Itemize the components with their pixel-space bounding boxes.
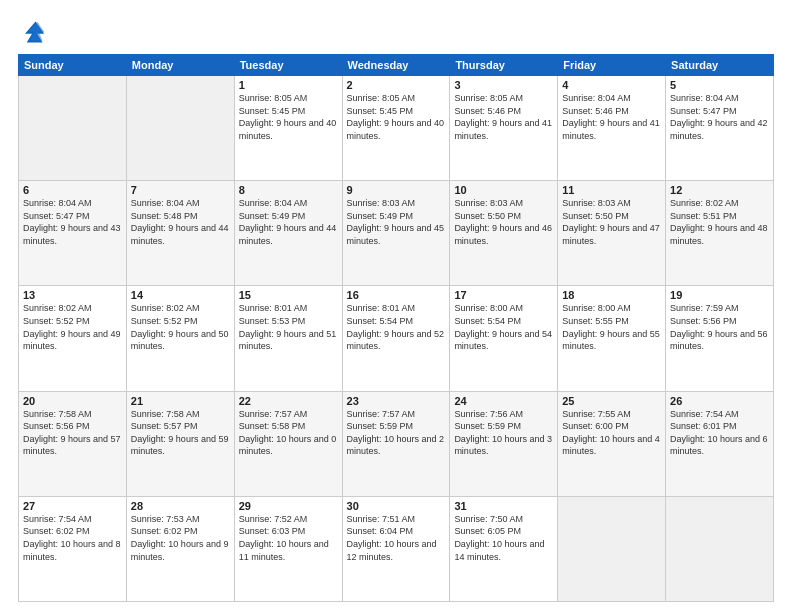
- calendar-cell: 5Sunrise: 8:04 AM Sunset: 5:47 PM Daylig…: [666, 76, 774, 181]
- day-detail: Sunrise: 8:02 AM Sunset: 5:51 PM Dayligh…: [670, 197, 769, 247]
- day-detail: Sunrise: 8:00 AM Sunset: 5:54 PM Dayligh…: [454, 302, 553, 352]
- day-detail: Sunrise: 8:03 AM Sunset: 5:49 PM Dayligh…: [347, 197, 446, 247]
- day-number: 25: [562, 395, 661, 407]
- calendar-cell: 4Sunrise: 8:04 AM Sunset: 5:46 PM Daylig…: [558, 76, 666, 181]
- calendar-cell: 19Sunrise: 7:59 AM Sunset: 5:56 PM Dayli…: [666, 286, 774, 391]
- calendar-cell: 8Sunrise: 8:04 AM Sunset: 5:49 PM Daylig…: [234, 181, 342, 286]
- day-number: 11: [562, 184, 661, 196]
- calendar-cell: 31Sunrise: 7:50 AM Sunset: 6:05 PM Dayli…: [450, 496, 558, 601]
- day-detail: Sunrise: 7:52 AM Sunset: 6:03 PM Dayligh…: [239, 513, 338, 563]
- calendar-cell: 20Sunrise: 7:58 AM Sunset: 5:56 PM Dayli…: [19, 391, 127, 496]
- calendar-cell: 13Sunrise: 8:02 AM Sunset: 5:52 PM Dayli…: [19, 286, 127, 391]
- day-number: 28: [131, 500, 230, 512]
- calendar-week-row: 20Sunrise: 7:58 AM Sunset: 5:56 PM Dayli…: [19, 391, 774, 496]
- calendar-cell: 16Sunrise: 8:01 AM Sunset: 5:54 PM Dayli…: [342, 286, 450, 391]
- weekday-header: Monday: [126, 55, 234, 76]
- day-number: 12: [670, 184, 769, 196]
- day-detail: Sunrise: 8:04 AM Sunset: 5:47 PM Dayligh…: [670, 92, 769, 142]
- day-number: 10: [454, 184, 553, 196]
- day-detail: Sunrise: 8:05 AM Sunset: 5:45 PM Dayligh…: [347, 92, 446, 142]
- day-detail: Sunrise: 8:05 AM Sunset: 5:45 PM Dayligh…: [239, 92, 338, 142]
- calendar-cell: [126, 76, 234, 181]
- calendar-cell: 24Sunrise: 7:56 AM Sunset: 5:59 PM Dayli…: [450, 391, 558, 496]
- day-detail: Sunrise: 7:50 AM Sunset: 6:05 PM Dayligh…: [454, 513, 553, 563]
- day-detail: Sunrise: 8:04 AM Sunset: 5:46 PM Dayligh…: [562, 92, 661, 142]
- day-number: 24: [454, 395, 553, 407]
- day-number: 26: [670, 395, 769, 407]
- day-detail: Sunrise: 8:01 AM Sunset: 5:53 PM Dayligh…: [239, 302, 338, 352]
- day-number: 4: [562, 79, 661, 91]
- calendar-week-row: 6Sunrise: 8:04 AM Sunset: 5:47 PM Daylig…: [19, 181, 774, 286]
- day-detail: Sunrise: 8:04 AM Sunset: 5:48 PM Dayligh…: [131, 197, 230, 247]
- weekday-header: Sunday: [19, 55, 127, 76]
- day-detail: Sunrise: 7:58 AM Sunset: 5:57 PM Dayligh…: [131, 408, 230, 458]
- day-number: 7: [131, 184, 230, 196]
- day-detail: Sunrise: 7:57 AM Sunset: 5:59 PM Dayligh…: [347, 408, 446, 458]
- calendar-cell: [19, 76, 127, 181]
- day-number: 18: [562, 289, 661, 301]
- day-detail: Sunrise: 7:53 AM Sunset: 6:02 PM Dayligh…: [131, 513, 230, 563]
- day-number: 30: [347, 500, 446, 512]
- day-detail: Sunrise: 8:04 AM Sunset: 5:49 PM Dayligh…: [239, 197, 338, 247]
- day-number: 8: [239, 184, 338, 196]
- calendar-cell: 17Sunrise: 8:00 AM Sunset: 5:54 PM Dayli…: [450, 286, 558, 391]
- day-detail: Sunrise: 7:55 AM Sunset: 6:00 PM Dayligh…: [562, 408, 661, 458]
- day-detail: Sunrise: 7:54 AM Sunset: 6:01 PM Dayligh…: [670, 408, 769, 458]
- calendar-cell: 22Sunrise: 7:57 AM Sunset: 5:58 PM Dayli…: [234, 391, 342, 496]
- day-number: 5: [670, 79, 769, 91]
- day-number: 15: [239, 289, 338, 301]
- day-detail: Sunrise: 8:03 AM Sunset: 5:50 PM Dayligh…: [454, 197, 553, 247]
- calendar-cell: 23Sunrise: 7:57 AM Sunset: 5:59 PM Dayli…: [342, 391, 450, 496]
- day-number: 6: [23, 184, 122, 196]
- calendar-cell: 7Sunrise: 8:04 AM Sunset: 5:48 PM Daylig…: [126, 181, 234, 286]
- calendar-cell: 28Sunrise: 7:53 AM Sunset: 6:02 PM Dayli…: [126, 496, 234, 601]
- weekday-header: Friday: [558, 55, 666, 76]
- calendar-cell: 6Sunrise: 8:04 AM Sunset: 5:47 PM Daylig…: [19, 181, 127, 286]
- day-detail: Sunrise: 7:58 AM Sunset: 5:56 PM Dayligh…: [23, 408, 122, 458]
- day-detail: Sunrise: 7:51 AM Sunset: 6:04 PM Dayligh…: [347, 513, 446, 563]
- day-number: 13: [23, 289, 122, 301]
- calendar-week-row: 27Sunrise: 7:54 AM Sunset: 6:02 PM Dayli…: [19, 496, 774, 601]
- calendar-cell: [666, 496, 774, 601]
- day-detail: Sunrise: 7:56 AM Sunset: 5:59 PM Dayligh…: [454, 408, 553, 458]
- calendar-cell: 14Sunrise: 8:02 AM Sunset: 5:52 PM Dayli…: [126, 286, 234, 391]
- day-detail: Sunrise: 8:01 AM Sunset: 5:54 PM Dayligh…: [347, 302, 446, 352]
- header: [18, 18, 774, 46]
- calendar-cell: [558, 496, 666, 601]
- day-number: 31: [454, 500, 553, 512]
- day-detail: Sunrise: 8:02 AM Sunset: 5:52 PM Dayligh…: [23, 302, 122, 352]
- calendar-cell: 29Sunrise: 7:52 AM Sunset: 6:03 PM Dayli…: [234, 496, 342, 601]
- day-number: 14: [131, 289, 230, 301]
- page: SundayMondayTuesdayWednesdayThursdayFrid…: [0, 0, 792, 612]
- day-detail: Sunrise: 7:59 AM Sunset: 5:56 PM Dayligh…: [670, 302, 769, 352]
- calendar-cell: 26Sunrise: 7:54 AM Sunset: 6:01 PM Dayli…: [666, 391, 774, 496]
- calendar-cell: 15Sunrise: 8:01 AM Sunset: 5:53 PM Dayli…: [234, 286, 342, 391]
- calendar-week-row: 13Sunrise: 8:02 AM Sunset: 5:52 PM Dayli…: [19, 286, 774, 391]
- day-number: 23: [347, 395, 446, 407]
- weekday-header: Wednesday: [342, 55, 450, 76]
- day-number: 20: [23, 395, 122, 407]
- calendar-cell: 30Sunrise: 7:51 AM Sunset: 6:04 PM Dayli…: [342, 496, 450, 601]
- day-number: 17: [454, 289, 553, 301]
- weekday-header: Tuesday: [234, 55, 342, 76]
- calendar-cell: 2Sunrise: 8:05 AM Sunset: 5:45 PM Daylig…: [342, 76, 450, 181]
- calendar-cell: 9Sunrise: 8:03 AM Sunset: 5:49 PM Daylig…: [342, 181, 450, 286]
- day-number: 27: [23, 500, 122, 512]
- calendar-cell: 27Sunrise: 7:54 AM Sunset: 6:02 PM Dayli…: [19, 496, 127, 601]
- calendar-cell: 21Sunrise: 7:58 AM Sunset: 5:57 PM Dayli…: [126, 391, 234, 496]
- calendar-header-row: SundayMondayTuesdayWednesdayThursdayFrid…: [19, 55, 774, 76]
- calendar-cell: 11Sunrise: 8:03 AM Sunset: 5:50 PM Dayli…: [558, 181, 666, 286]
- day-number: 22: [239, 395, 338, 407]
- day-number: 9: [347, 184, 446, 196]
- calendar-cell: 18Sunrise: 8:00 AM Sunset: 5:55 PM Dayli…: [558, 286, 666, 391]
- day-detail: Sunrise: 8:04 AM Sunset: 5:47 PM Dayligh…: [23, 197, 122, 247]
- day-number: 21: [131, 395, 230, 407]
- calendar-table: SundayMondayTuesdayWednesdayThursdayFrid…: [18, 54, 774, 602]
- weekday-header: Saturday: [666, 55, 774, 76]
- day-number: 16: [347, 289, 446, 301]
- calendar-cell: 1Sunrise: 8:05 AM Sunset: 5:45 PM Daylig…: [234, 76, 342, 181]
- day-detail: Sunrise: 8:05 AM Sunset: 5:46 PM Dayligh…: [454, 92, 553, 142]
- day-number: 3: [454, 79, 553, 91]
- day-detail: Sunrise: 7:54 AM Sunset: 6:02 PM Dayligh…: [23, 513, 122, 563]
- day-number: 29: [239, 500, 338, 512]
